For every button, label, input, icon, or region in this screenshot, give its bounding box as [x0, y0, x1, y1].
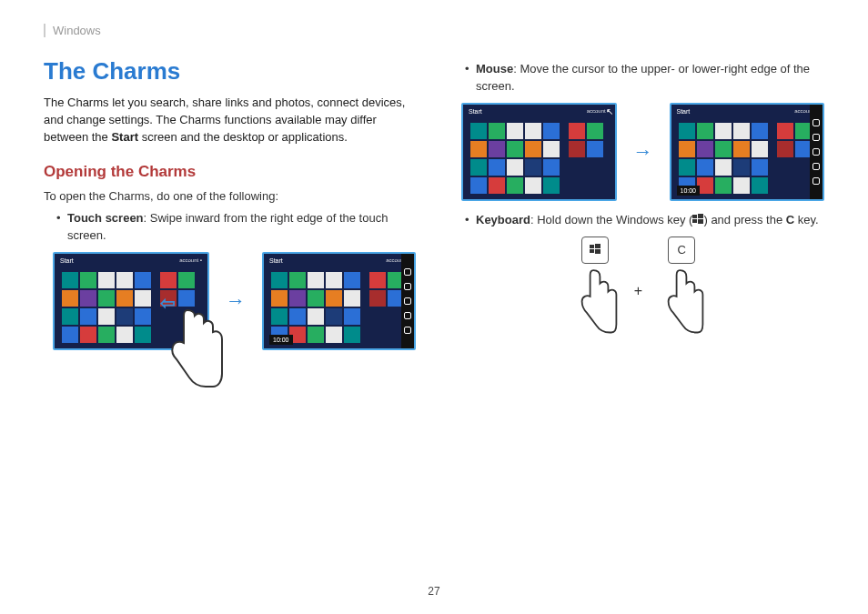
transition-arrow-icon: → [633, 140, 653, 164]
keyboard-key-name: C [786, 213, 794, 226]
bullet-touch: • Touch screen: Swipe inward from the ri… [44, 210, 416, 245]
charm-search-icon [812, 119, 820, 126]
open-charms-text: To open the Charms, do one of the follow… [44, 188, 416, 206]
svg-rect-0 [692, 215, 697, 218]
keyboard-illustration: + C [452, 237, 824, 346]
touch-label: Touch screen [67, 211, 144, 225]
hand-swipe-icon [153, 303, 226, 407]
tile-grid-right [569, 123, 603, 157]
mouse-illustration: Start account ▪ ↖ → [461, 103, 824, 201]
bullet-mouse-content: Mouse: Move the cursor to the upper- or … [476, 61, 824, 96]
tile-grid-right [369, 272, 404, 307]
start-label: Start [469, 108, 482, 115]
page-number: 27 [0, 585, 868, 598]
bullet-dot: • [56, 210, 67, 245]
time-overlay: 10:00 [269, 335, 293, 345]
start-screen-after: Start account ▪ [670, 103, 825, 201]
svg-rect-4 [590, 245, 594, 248]
svg-rect-5 [595, 244, 601, 248]
tile-grid [271, 272, 360, 343]
touch-illustration: Start account ▪ ⇦ [53, 252, 416, 350]
start-label: Start [677, 108, 691, 115]
charms-bar [401, 254, 414, 348]
left-column: The Charms The Charms let you search, sh… [44, 57, 416, 596]
bullet-mouse: • Mouse: Move the cursor to the upper- o… [452, 61, 824, 96]
bullet-dot: • [465, 212, 476, 229]
section-title: The Charms [44, 57, 416, 86]
start-label: Start [60, 257, 74, 264]
keypress-c: C [657, 237, 706, 346]
svg-rect-6 [590, 249, 594, 253]
right-column: • Mouse: Move the cursor to the upper- o… [452, 57, 824, 596]
charm-start-icon [404, 297, 411, 305]
keyboard-text-a: : Hold down the Windows key ( [530, 213, 692, 226]
keypress-windows [570, 237, 620, 346]
charm-start-icon [812, 148, 820, 156]
plus-icon: + [634, 283, 642, 299]
bullet-keyboard: • Keyboard: Hold down the Windows key ()… [452, 212, 824, 229]
keyboard-text-c: key. [794, 213, 819, 226]
hand-press-icon [657, 266, 706, 346]
charm-settings-icon [404, 327, 411, 334]
chapter-header: Windows [44, 24, 824, 37]
charm-devices-icon [404, 312, 411, 319]
charm-share-icon [404, 283, 411, 290]
charm-share-icon [812, 134, 820, 141]
tile-grid [679, 123, 768, 194]
manual-page: Windows The Charms The Charms let you se… [0, 0, 868, 614]
tile-grid [470, 123, 560, 194]
content-columns: The Charms The Charms let you search, sh… [44, 57, 824, 596]
tile-grid-right [777, 123, 812, 157]
charm-devices-icon [812, 163, 820, 170]
keyboard-label: Keyboard [476, 213, 530, 226]
bullet-touch-content: Touch screen: Swipe inward from the righ… [67, 210, 416, 245]
transition-arrow-icon: → [226, 289, 246, 313]
c-key: C [668, 237, 695, 264]
mouse-label: Mouse [476, 62, 513, 75]
svg-rect-7 [595, 249, 601, 254]
windows-logo-icon [692, 213, 703, 226]
hand-press-icon [570, 266, 620, 346]
subsection-title: Opening the Charms [44, 163, 416, 181]
windows-key [581, 237, 609, 264]
charms-bar [810, 105, 823, 199]
mouse-text: : Move the cursor to the upper- or lower… [476, 62, 810, 93]
windows-logo-icon [590, 243, 601, 257]
bullet-dot: • [465, 61, 476, 96]
keyboard-text-b: ) and press the [703, 213, 785, 226]
start-account: account ▪ [179, 257, 202, 263]
intro-bold: Start [111, 130, 138, 144]
time-overlay: 10:00 [677, 186, 701, 196]
charm-search-icon [404, 268, 411, 276]
charm-settings-icon [812, 177, 820, 185]
intro-paragraph: The Charms let you search, share links a… [44, 95, 416, 146]
start-label: Start [269, 257, 283, 264]
cursor-icon: ↖ [606, 106, 613, 116]
intro-text-b: screen and the desktop or applications. [138, 130, 348, 144]
svg-rect-2 [692, 219, 697, 223]
start-screen-after: Start account ▪ [262, 252, 416, 350]
start-screen-before: Start account ▪ ↖ [461, 103, 617, 201]
tile-grid [62, 272, 151, 343]
bullet-keyboard-content: Keyboard: Hold down the Windows key () a… [476, 212, 819, 229]
